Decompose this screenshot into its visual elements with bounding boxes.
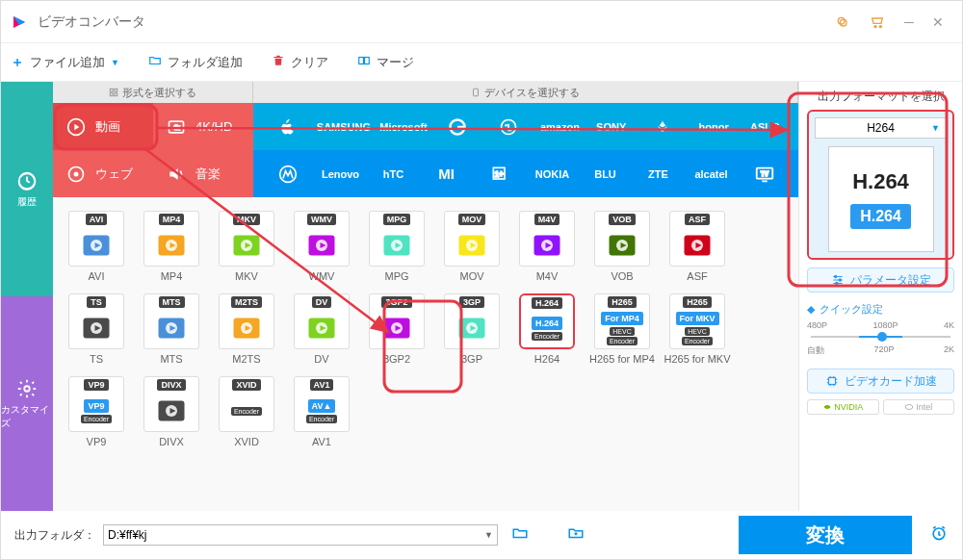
app-title: ビデオコンバータ: [38, 13, 145, 31]
account-icon[interactable]: [831, 11, 854, 34]
format-wmv[interactable]: WMVWMV: [284, 211, 359, 282]
format-thumbnail: [370, 308, 424, 348]
brand-nokia[interactable]: NOKIA: [532, 159, 574, 190]
svg-point-60: [835, 282, 837, 284]
category-music-label: 音楽: [195, 165, 221, 183]
merge-button[interactable]: マージ: [357, 54, 414, 71]
schedule-button[interactable]: [929, 523, 949, 547]
category-web[interactable]: ウェブ: [53, 150, 153, 197]
brand-huawei[interactable]: [641, 112, 684, 142]
close-button[interactable]: ✕: [924, 11, 952, 34]
tab-format[interactable]: 形式を選択する: [53, 82, 253, 103]
brand-alcatel[interactable]: alcatel: [690, 159, 733, 190]
format-label: H265 for MKV: [664, 353, 730, 365]
cart-icon[interactable]: [866, 11, 889, 34]
brand-htc[interactable]: hTC: [373, 159, 415, 190]
format-thumbnail: [445, 308, 499, 348]
brand-lenovo[interactable]: Lenovo: [320, 159, 362, 190]
format-thumbnail: [69, 308, 123, 348]
trash-icon: [272, 54, 285, 70]
brand-apple[interactable]: [266, 112, 308, 142]
brand-microsoft[interactable]: Microsoft: [379, 112, 428, 142]
format-mp4[interactable]: MP4MP4: [134, 211, 209, 282]
format-label: 3GP2: [383, 353, 410, 365]
format-vp9[interactable]: VP9VP9EncoderVP9: [59, 376, 134, 447]
minimize-button[interactable]: ─: [895, 11, 924, 34]
format-thumbnail: AV▲Encoder: [295, 391, 349, 431]
format-mkv[interactable]: MKVMKV: [209, 211, 284, 282]
merge-icon: [357, 54, 371, 70]
convert-button[interactable]: 変換: [739, 516, 912, 554]
format-av1[interactable]: AV1AV▲EncoderAV1: [284, 376, 359, 447]
rail-customize[interactable]: カスタマイズ: [1, 296, 53, 511]
format-label: MOV: [459, 270, 483, 282]
brand-honor[interactable]: honor: [692, 112, 735, 142]
category-music[interactable]: 音楽: [153, 150, 253, 197]
parameter-settings-button[interactable]: パラメータ設定: [807, 267, 954, 293]
add-file-button[interactable]: ＋ ファイル追加 ▼: [11, 54, 119, 71]
play-icon: [66, 117, 86, 137]
tab-device[interactable]: デバイスを選択する: [253, 82, 798, 103]
rail-history[interactable]: 履歴: [1, 82, 53, 296]
format-vob[interactable]: VOBVOB: [585, 211, 660, 282]
brand-motorola[interactable]: [267, 159, 309, 190]
format-h265-for-mp4[interactable]: H265For MP4HEVCEncoderH265 for MP4: [585, 293, 660, 365]
brand-g[interactable]: [436, 112, 479, 142]
brand-blu[interactable]: BLU: [585, 159, 627, 190]
brand-tv[interactable]: TV: [743, 159, 786, 190]
format-badge: AV1: [310, 379, 334, 391]
format-badge: MOV: [458, 214, 486, 225]
svg-point-20: [74, 171, 79, 176]
format-xvid[interactable]: XVIDEncoderXVID: [209, 376, 284, 447]
format-3gp[interactable]: 3GP3GP: [434, 293, 509, 365]
format-m4v[interactable]: M4VM4V: [509, 211, 585, 282]
gpu-nvidia[interactable]: NVIDIA: [807, 399, 879, 415]
format-avi[interactable]: AVIAVI: [59, 211, 134, 282]
clear-button[interactable]: クリア: [272, 54, 328, 71]
format-mts[interactable]: MTSMTS: [134, 293, 209, 365]
tab-device-label: デバイスを選択する: [484, 86, 580, 100]
format-thumbnail: [595, 225, 649, 266]
gpu-intel[interactable]: Intel: [883, 399, 955, 415]
format-divx[interactable]: DIVXDIVX: [134, 376, 209, 447]
brand-zte[interactable]: ZTE: [638, 159, 680, 190]
format-label: H265 for MP4: [589, 353, 655, 365]
brand-sony[interactable]: SONY: [590, 112, 633, 142]
add-file-label: ファイル追加: [30, 54, 105, 71]
output-folder-input[interactable]: D:¥ff¥kj ▼: [103, 524, 498, 546]
brand-asus[interactable]: ASUS: [743, 112, 786, 142]
format-thumbnail: For MP4HEVCEncoder: [595, 308, 649, 348]
format-label: MTS: [160, 353, 182, 365]
category-video[interactable]: 動画: [53, 103, 153, 150]
format-h264[interactable]: H.264H.264EncoderH264: [509, 293, 585, 365]
format-mpg[interactable]: MPGMPG: [359, 211, 434, 282]
quality-slider[interactable]: 480P 1080P 4K 自動 720P 2K: [807, 320, 954, 355]
brand-amazon[interactable]: amazon: [538, 112, 581, 142]
format-h265-for-mkv[interactable]: H265For MKVHEVCEncoderH265 for MKV: [660, 293, 735, 365]
category-4k[interactable]: 4k 4K/HD: [153, 103, 253, 150]
format-label: ASF: [687, 270, 707, 282]
output-preview-title: H.264: [852, 169, 909, 194]
brand-oneplus[interactable]: 1+: [479, 159, 521, 190]
format-ts[interactable]: TSTS: [59, 293, 134, 365]
format-m2ts[interactable]: M2TSM2TS: [209, 293, 284, 365]
format-3gp2[interactable]: 3GP23GP2: [359, 293, 434, 365]
brand-lg[interactable]: [487, 112, 530, 142]
format-label: MPG: [384, 270, 408, 282]
add-folder-button[interactable]: フォルダ追加: [148, 54, 243, 71]
format-mov[interactable]: MOVMOV: [434, 211, 509, 282]
format-asf[interactable]: ASFASF: [660, 211, 735, 282]
convert-label: 変換: [806, 522, 845, 548]
format-dv[interactable]: DVDV: [284, 293, 359, 365]
brand-mi[interactable]: MI: [426, 159, 468, 190]
add-folder-label: フォルダ追加: [168, 54, 243, 71]
gpu-accel-button[interactable]: ビデオカード加速: [807, 369, 954, 394]
browse-folder-button[interactable]: [567, 524, 585, 546]
output-format-box: H264 ▼ H.264 H.264: [807, 110, 954, 260]
chip-icon: [825, 374, 839, 388]
format-thumbnail: [295, 308, 349, 348]
category-4k-label: 4K/HD: [195, 119, 232, 134]
open-folder-button[interactable]: [511, 524, 529, 546]
output-format-select[interactable]: H264 ▼: [815, 117, 947, 139]
brand-samsung[interactable]: SAMSUNG: [317, 112, 371, 142]
